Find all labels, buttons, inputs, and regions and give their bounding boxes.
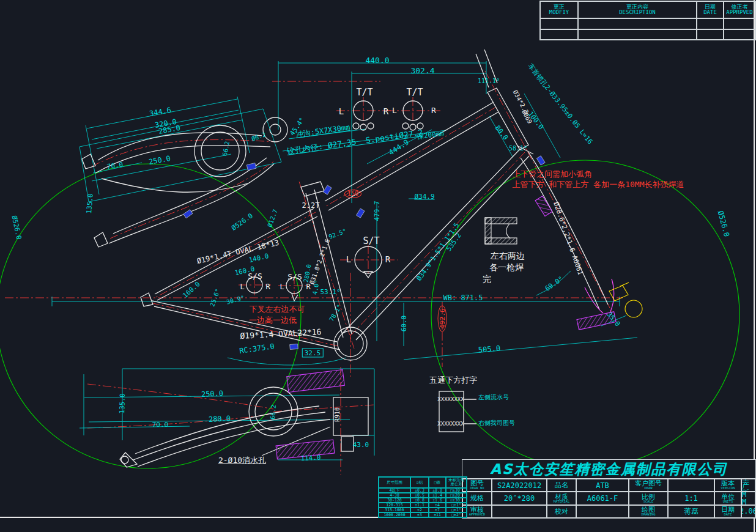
title-block-label: 版本VERSION [714, 479, 741, 492]
cad-drawing [0, 0, 756, 532]
annotation-label: L [240, 283, 244, 290]
title-block-value: A6061-F [576, 492, 629, 504]
revision-header-en: MODFIY [549, 10, 569, 15]
revision-table: 更正MODFIY更正内容DESCRIPTION日期DATE修正者APPRPVED [539, 1, 756, 40]
title-block-value: ATB [576, 479, 629, 492]
label-en: DATE [724, 513, 732, 517]
title-block-value: 生产版 [741, 479, 755, 492]
wheel-circles [0, 160, 739, 468]
label-en: DRAWING [641, 513, 655, 517]
tolerance-cell: ☑±30′ [446, 498, 467, 503]
title-block-value: 1:1 [668, 492, 714, 504]
annotation-label: 上下管之间需加小弧角 [513, 170, 592, 178]
tolerance-header: ☑铝 [410, 477, 429, 488]
annotation-label: 114.0 [300, 454, 321, 462]
annotation-label: 下叉左右边不可 [250, 305, 305, 313]
annotation-label: L [339, 107, 344, 116]
revision-empty-cell [697, 18, 724, 29]
revision-empty-cell [540, 29, 578, 40]
title-block-label: 比例SCALE [629, 492, 668, 504]
annotation-label: 135.0 [119, 393, 126, 413]
title-block-label: 单位UNITS [714, 492, 741, 504]
annotation-label: 一边高一边低 [249, 316, 297, 324]
tolerance-cell: ±3 [410, 512, 429, 517]
tolerance-cell: ±2 [410, 508, 429, 512]
title-block: AS太仓安笙精密金属制品有限公司 图号DRAW NOS2A2022012品名AT… [462, 459, 756, 519]
tolerance-cell: 1000-2000 [379, 512, 410, 517]
company-name: AS太仓安笙精密金属制品有限公司 [462, 460, 755, 479]
annotation-label: XXXXXXXX [437, 397, 464, 402]
revision-empty-cell [697, 29, 724, 40]
revision-header: 修正者APPRPVED [724, 1, 755, 18]
annotation-label: 66.2 [270, 405, 277, 420]
revision-header: 更正MODFIY [540, 1, 578, 18]
annotation-label: 60.0 [401, 316, 407, 332]
tolerance-cell: ±4 [429, 503, 446, 508]
annotation-label: R [265, 283, 270, 290]
tolerance-cell: 4以下 [379, 488, 410, 493]
label-en: APPROVED [469, 513, 486, 517]
annotation-label: 70.0 [152, 421, 169, 428]
annotation-label: WB: 871.5 [443, 294, 483, 301]
annotation-label: 135.0 [86, 193, 94, 214]
annotation-label: 32.5 [302, 349, 324, 358]
title-block-value [668, 479, 714, 492]
cad-canvas[interactable]: 更正MODFIY更正内容DESCRIPTION日期DATE修正者APPRPVED… [0, 0, 756, 532]
annotation-label: 111.1° [478, 78, 500, 84]
title-block-label: 绘图DRAWING [629, 505, 668, 518]
title-block-label: 材质MATERIAL [547, 492, 576, 504]
revision-header: 日期DATE [697, 1, 724, 18]
title-block-label: 品名 [547, 479, 576, 492]
annotation-label: L [392, 106, 397, 114]
title-block-label: 客户图号DRAW [629, 479, 668, 492]
tolerance-cell: □±30′ [446, 488, 467, 493]
tolerance-header: □铁 [429, 477, 446, 488]
annotation-label: XXXXXXXX [437, 421, 464, 427]
label-cn: 规格 [470, 495, 484, 501]
tolerance-cell: ±0.5 [410, 493, 429, 498]
label-en: UNITS [723, 500, 733, 504]
annotation-label: T/T [356, 88, 372, 97]
annotation-label: 上管下方 和下管上方 各加一条10MM长补强焊道 [513, 180, 684, 188]
revision-empty-cell [724, 18, 755, 29]
title-block-label: 校对 [547, 505, 576, 518]
label-en: MATERIAL [554, 500, 570, 504]
annotation-label: R [431, 106, 436, 114]
revision-empty-cell [724, 29, 755, 40]
revision-header-en: DESCRIPTION [619, 10, 656, 15]
annotation-label: 505.0 [478, 344, 500, 353]
tolerance-cell: □±1° [446, 508, 467, 512]
revision-header-en: DATE [703, 10, 717, 15]
tolerance-cell: ±7 [429, 508, 446, 512]
revision-header: 更正内容DESCRIPTION [578, 1, 697, 18]
sheet-border [0, 0, 756, 532]
tolerance-cell: ±0.3 [410, 488, 429, 493]
label-en: VERSION [721, 487, 735, 490]
annotation-label: 440.0 [365, 56, 389, 64]
annotation-label: 左侧流水号 [478, 394, 509, 401]
revision-header-en: APPRPVED [726, 10, 752, 15]
annotation-label: 完 [483, 275, 491, 283]
annotation-label: 302.4 [410, 67, 434, 75]
annotation-label: S/S [248, 272, 262, 280]
revision-empty-cell [578, 29, 697, 40]
tolerance-cell: ±0.8 [410, 498, 429, 503]
annotation-label: R910 [335, 407, 341, 422]
annotation-label: T/T [406, 88, 423, 97]
revision-empty-cell [578, 18, 697, 29]
title-block-label: 日期DATE [714, 505, 741, 518]
tolerance-table: 尺寸范围☑铝□铁未标注角度公差4以下±0.3±0.8□±30′4-30±0.5±… [378, 476, 467, 518]
dimension-lines [52, 61, 637, 460]
annotation-label: L [346, 255, 351, 264]
title-block-value: S2A2022012 [492, 479, 547, 492]
annotation-label: 150 [344, 190, 361, 198]
tolerance-cell: ±0.8 [429, 488, 446, 493]
title-block-value: 蒋磊 [668, 505, 714, 518]
annotation-label: 左右两边 [491, 251, 525, 260]
annotation-label: R [385, 255, 390, 264]
annotation-label: R [384, 107, 388, 116]
annotation-label: 43.0 [353, 441, 369, 448]
title-block-value: M M [741, 492, 755, 504]
tolerance-cell: 315-1000 [379, 508, 410, 512]
tolerance-cell: ±1.1 [410, 503, 429, 508]
